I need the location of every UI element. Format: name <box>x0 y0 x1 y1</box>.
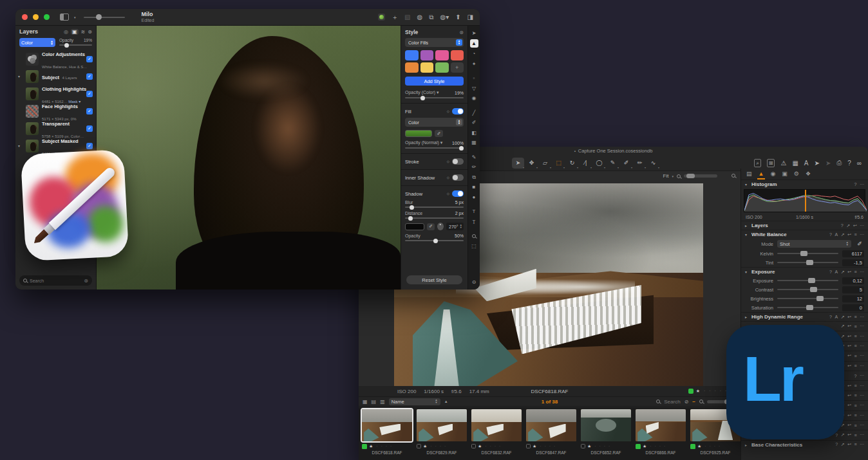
tag-checkbox[interactable] <box>581 444 585 448</box>
fit-dropdown[interactable]: Fit <box>663 173 669 179</box>
more-icon[interactable]: ⋯ <box>860 423 864 428</box>
layer-search-field[interactable]: Search ⊛ <box>19 275 92 286</box>
inner-shadow-toggle[interactable] <box>452 174 464 181</box>
reset-style-button[interactable]: Reset Style <box>406 275 462 284</box>
lasso-tool-icon[interactable]: ▽ <box>470 85 478 92</box>
layer-visibility-checkbox[interactable]: ✓ <box>86 56 93 62</box>
reset-icon[interactable]: ↩ <box>847 393 851 398</box>
kelvin-slider[interactable] <box>777 253 838 254</box>
layer-visibility-checkbox[interactable]: ✓ <box>86 73 93 80</box>
more-icon[interactable]: ⋯ <box>860 373 864 378</box>
filter-active-icon[interactable]: − <box>692 399 695 405</box>
help-icon[interactable]: ? <box>847 160 851 167</box>
tab-metadata-icon[interactable]: ▣ <box>782 171 788 177</box>
layer-visibility-checkbox[interactable]: ✓ <box>86 125 93 132</box>
more-icon[interactable]: ⋯ <box>860 383 864 389</box>
zoom-out-icon[interactable] <box>677 174 681 178</box>
shape-rect-tool-icon[interactable]: ■ <box>470 184 478 191</box>
tab-settings-icon[interactable]: ⚙ <box>794 171 799 177</box>
more-icon[interactable]: ⋯ <box>860 344 864 349</box>
spot-removal-tool-icon[interactable]: ◯▾ <box>593 158 605 169</box>
swatch-green[interactable] <box>435 62 449 73</box>
chevron-down-icon[interactable]: ▾ <box>74 15 76 19</box>
tab-camera-icon[interactable]: ◉ <box>770 171 775 177</box>
help-icon[interactable]: ? <box>854 182 857 187</box>
brightness-slider[interactable] <box>777 298 838 299</box>
layers-section-header[interactable]: ▸ Layers ?↗↩⋯ <box>741 221 868 230</box>
reset-icon[interactable]: ↩ <box>847 403 851 408</box>
star-rating[interactable]: ★ · · · · · <box>696 389 728 394</box>
filmstrip-thumbnail[interactable]: ★ · · · · DSCF6818.RAF <box>360 409 414 460</box>
type-style-tool-icon[interactable]: Ṯ <box>470 218 478 225</box>
add-layer-icon[interactable]: ▣ <box>71 29 79 35</box>
tab-library-icon[interactable]: ▤ <box>746 171 752 177</box>
exposure-warning-icon[interactable]: ⚠ <box>780 160 786 167</box>
add-swatch-button[interactable]: + <box>451 62 464 73</box>
tint-slider[interactable] <box>777 262 838 263</box>
exposure-value[interactable]: 0,12 <box>842 277 864 284</box>
more-icon[interactable]: ⋯ <box>860 182 864 187</box>
color-tag-green[interactable] <box>688 389 693 394</box>
disclosure-icon[interactable]: ▾ <box>18 74 20 78</box>
swatch-red[interactable] <box>451 50 464 60</box>
preset-icon[interactable]: ≡ <box>854 334 856 338</box>
swatch-orange[interactable] <box>405 62 419 73</box>
angle-dial[interactable] <box>437 223 444 230</box>
filmstrip-thumbnail[interactable]: ★ · · · · DSCF6847.RAF <box>524 409 578 460</box>
preset-icon[interactable]: ≡ <box>854 423 856 428</box>
filter-icon[interactable]: ⊘ <box>684 399 689 405</box>
tag-checkbox[interactable] <box>417 444 421 448</box>
help-icon[interactable]: ? <box>835 433 838 437</box>
print-icon[interactable]: ⎙ <box>836 159 842 167</box>
tab-adjustments-icon[interactable]: ▲ <box>759 171 764 177</box>
color-adjust-tool-icon[interactable]: ◔ <box>470 51 478 58</box>
paint-tool-icon[interactable]: ✎ <box>470 154 478 161</box>
filmstrip-thumbnail[interactable]: ★ · · · · DSCF6832.RAF <box>469 409 524 460</box>
gradient-mask-tool-icon[interactable]: ∿▾ <box>647 158 659 169</box>
loupe-tool-icon[interactable]: ▱▾ <box>539 158 551 169</box>
wb-mode-dropdown[interactable]: Shot ▲▼ <box>777 240 851 248</box>
fill-color-swatch[interactable] <box>405 130 432 137</box>
opacity-normal-slider[interactable] <box>405 147 464 149</box>
filter-layers-icon[interactable]: ◎ <box>64 29 68 35</box>
exposure-section-header[interactable]: ▾ Exposure ?A↗↩≡⋯ <box>741 267 868 276</box>
eyedropper-icon[interactable]: ✐ <box>435 130 443 137</box>
move-tool-icon[interactable]: ➤ <box>470 30 478 37</box>
exposure-slider[interactable] <box>777 280 838 281</box>
more-icon[interactable]: ⋯ <box>860 353 864 358</box>
preset-icon[interactable]: ≡ <box>854 363 856 368</box>
add-icon[interactable]: ＋ <box>392 13 398 22</box>
eraser-icon[interactable]: ➤ <box>826 160 831 167</box>
viewer-zoom-slider[interactable] <box>684 174 717 178</box>
preset-icon[interactable]: ≡ <box>854 403 856 408</box>
histogram-section-header[interactable]: ▾ Histogram ?⋯ <box>741 179 868 189</box>
reset-icon[interactable]: ↩ <box>847 334 851 339</box>
capture-pilot-icon[interactable]: ∞ <box>857 160 862 167</box>
swatch-pink[interactable] <box>435 50 449 60</box>
draw-mask-tool-icon[interactable]: ✐▾ <box>620 158 632 169</box>
contrast-slider[interactable] <box>777 289 838 290</box>
layer-visibility-checkbox[interactable]: ✓ <box>86 108 93 115</box>
reset-icon[interactable]: ↩ <box>847 413 851 418</box>
reset-icon[interactable]: ↩ <box>847 363 851 369</box>
share-icon[interactable]: ⬆ <box>455 14 460 21</box>
shadow-opacity-slider[interactable] <box>405 240 464 241</box>
tag-checkbox[interactable] <box>526 444 531 448</box>
more-icon[interactable]: ⋯ <box>860 363 864 369</box>
base-characteristics-section-header[interactable]: ▸ Base Characteristics ?↗↩≡⋯ <box>741 440 868 449</box>
tint-value[interactable]: -1,5 <box>842 259 864 266</box>
copy-icon[interactable]: ↗ <box>841 324 845 329</box>
export-icon[interactable]: ⧉ <box>429 14 433 21</box>
saturation-slider[interactable] <box>777 307 838 308</box>
lightroom-app-icon[interactable]: Lr <box>726 325 844 439</box>
swatch-blue[interactable] <box>405 50 419 60</box>
layer-group-icon[interactable]: ≋ <box>81 29 86 35</box>
viewer-toggle-icon[interactable]: ⌕ <box>754 159 760 167</box>
swatch-yellow[interactable] <box>420 62 434 73</box>
crop-tool-icon[interactable]: ⬚▾ <box>552 158 565 169</box>
preset-icon[interactable]: ≡ <box>854 354 856 358</box>
filmstrip-thumbnail[interactable]: ★ · · · · DSCF6852.RAF <box>579 409 633 460</box>
shadow-color-swatch[interactable] <box>405 223 424 230</box>
opacity-color-slider[interactable] <box>405 97 464 98</box>
rotate-tool-icon[interactable]: ↻▾ <box>566 158 578 169</box>
